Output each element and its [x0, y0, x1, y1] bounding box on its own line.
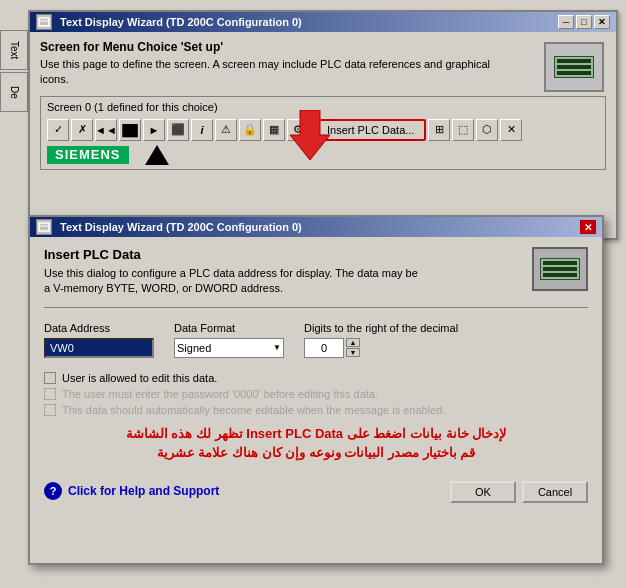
device-screen-fg [540, 258, 580, 280]
toolbar-extra3-btn[interactable]: ⬡ [476, 119, 498, 141]
arabic-text-area: لإدخال خانة بيانات اضغط على Insert PLC D… [44, 424, 588, 463]
help-icon: ? [44, 482, 62, 500]
toolbar-extra1-btn[interactable]: ⊞ [428, 119, 450, 141]
section-title: Screen for Menu Choice 'Set up' [40, 40, 606, 54]
checkbox-1[interactable] [44, 372, 56, 384]
device-line-1 [557, 59, 591, 63]
digits-input[interactable] [304, 338, 344, 358]
toolbar-extra4-btn[interactable]: ✕ [500, 119, 522, 141]
fg-titlebar: Text Display Wizard (TD 200C Configurati… [30, 217, 602, 237]
arabic-line-2: قم باختيار مصدر البيانات ونوعه وإن كان ه… [44, 443, 588, 463]
toolbar-play-btn[interactable]: ► [143, 119, 165, 141]
data-format-select[interactable]: Signed ▼ [174, 338, 284, 358]
toolbar-warn-btn[interactable]: ⚠ [215, 119, 237, 141]
ok-button[interactable]: OK [450, 481, 516, 503]
siemens-logo-text: SIEMENS [55, 147, 121, 162]
bg-max-btn[interactable]: □ [576, 15, 592, 29]
digits-group: Digits to the right of the decimal ▲ ▼ [304, 322, 458, 358]
toolbar-extra2-btn[interactable]: ⬚ [452, 119, 474, 141]
bottom-row: ? Click for Help and Support OK Cancel [44, 473, 588, 503]
bg-min-btn[interactable]: ─ [558, 15, 574, 29]
bg-window-icon [36, 14, 52, 30]
toolbar-lock-btn[interactable]: 🔒 [239, 119, 261, 141]
spinner-up-btn[interactable]: ▲ [346, 338, 360, 347]
cancel-button[interactable]: Cancel [522, 481, 588, 503]
checkbox-3-label: This data should automatically become ed… [62, 404, 445, 416]
toolbar-info-btn[interactable]: i [191, 119, 213, 141]
fg-window-icon [36, 219, 52, 235]
bg-window-title: Text Display Wizard (TD 200C Configurati… [60, 16, 302, 28]
checkbox-3[interactable] [44, 404, 56, 416]
device-screen-bg [554, 56, 594, 78]
digits-label: Digits to the right of the decimal [304, 322, 458, 334]
fg-device-line-1 [543, 261, 577, 265]
data-address-group: Data Address [44, 322, 154, 358]
data-format-label: Data Format [174, 322, 284, 334]
dialog-buttons: OK Cancel [450, 481, 588, 503]
arabic-line-1: لإدخال خانة بيانات اضغط على Insert PLC D… [44, 424, 588, 444]
checkbox-2-label: The user must enter the password '0000' … [62, 388, 378, 400]
data-address-label: Data Address [44, 322, 154, 334]
checkbox-1-label: User is allowed to edit this data. [62, 372, 217, 384]
de-tab[interactable]: De [0, 72, 28, 112]
data-format-group: Data Format Signed ▼ [174, 322, 284, 358]
svg-rect-0 [39, 18, 49, 26]
device-line-3 [557, 71, 591, 75]
bg-titlebar: Text Display Wizard (TD 200C Configurati… [30, 12, 616, 32]
siemens-logo-bar: SIEMENS [47, 146, 129, 164]
fg-content: Insert PLC Data Use this dialog to confi… [30, 237, 602, 513]
toolbar-rewind-btn[interactable]: ◄◄ [95, 119, 117, 141]
spinner-buttons: ▲ ▼ [346, 338, 360, 357]
fields-row: Data Address Data Format Signed ▼ Digits… [44, 322, 588, 358]
data-format-value: Signed [177, 342, 211, 354]
checkbox-2[interactable] [44, 388, 56, 400]
insert-plc-title: Insert PLC Data [44, 247, 424, 262]
toolbar-check-btn[interactable]: ✓ [47, 119, 69, 141]
spinner-down-btn[interactable]: ▼ [346, 348, 360, 357]
bg-titlebar-controls: ─ □ ✕ [558, 15, 610, 29]
insert-plc-desc: Use this dialog to configure a PLC data … [44, 266, 424, 297]
left-tabs: Text De [0, 30, 28, 112]
device-preview-fg [532, 247, 588, 291]
toolbar-graph-btn[interactable]: ▦ [263, 119, 285, 141]
device-line-2 [557, 65, 591, 69]
triangle-icon [145, 145, 169, 165]
help-link-label: Click for Help and Support [68, 484, 219, 498]
checkbox-row-1: User is allowed to edit this data. [44, 372, 588, 384]
fg-close-btn[interactable]: ✕ [580, 220, 596, 234]
fg-device-line-2 [543, 267, 577, 271]
toolbar-x-btn[interactable]: ✗ [71, 119, 93, 141]
toolbar-forward-btn[interactable]: ██ [119, 119, 141, 141]
dialog-separator [44, 307, 588, 308]
checkbox-row-3: This data should automatically become ed… [44, 404, 588, 416]
device-preview-bg [544, 42, 604, 92]
checkboxes-area: User is allowed to edit this data. The u… [44, 372, 588, 416]
svg-marker-2 [290, 110, 330, 160]
fg-window-title: Text Display Wizard (TD 200C Configurati… [60, 221, 302, 233]
help-link[interactable]: ? Click for Help and Support [44, 482, 219, 500]
data-address-input[interactable] [44, 338, 154, 358]
bg-close-btn[interactable]: ✕ [594, 15, 610, 29]
svg-rect-3 [39, 223, 49, 231]
red-arrow [285, 110, 335, 162]
insert-plc-text-area: Insert PLC Data Use this dialog to confi… [44, 247, 424, 297]
select-dropdown-icon: ▼ [273, 343, 281, 352]
section-desc: Use this page to define the screen. A sc… [40, 57, 500, 88]
fg-device-line-3 [543, 273, 577, 277]
checkbox-row-2: The user must enter the password '0000' … [44, 388, 588, 400]
toolbar-stop-btn[interactable]: ⬛ [167, 119, 189, 141]
digits-spinner: ▲ ▼ [304, 338, 458, 358]
fg-dialog: Text Display Wizard (TD 200C Configurati… [28, 215, 604, 565]
insert-plc-header: Insert PLC Data Use this dialog to confi… [44, 247, 588, 297]
text-tab[interactable]: Text [0, 30, 28, 70]
